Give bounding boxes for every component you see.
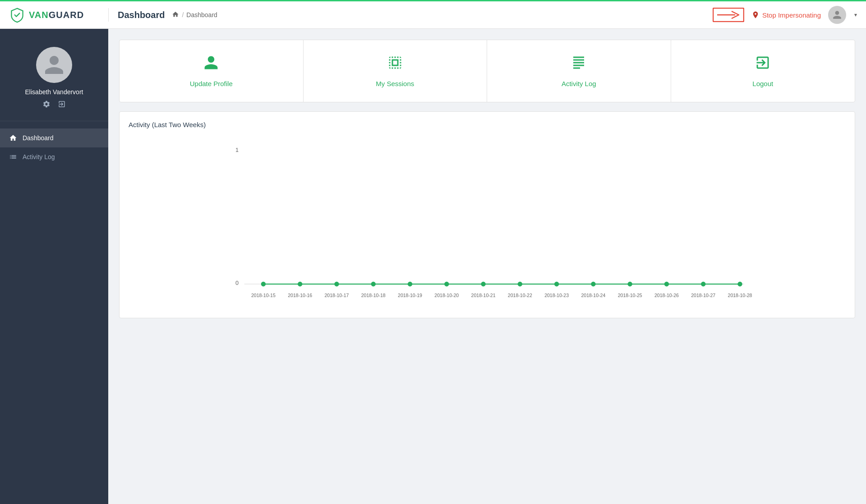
sidebar-logout-icon [58,100,66,108]
quick-cards: Update Profile My Sessions Activity [119,40,855,102]
sidebar-item-dashboard[interactable]: Dashboard [0,128,108,147]
home-icon [9,134,17,142]
sidebar-username: Elisabeth Vandervort [25,88,83,96]
arrow-indicator [713,8,744,22]
activity-section: Activity (Last Two Weeks) 1 0 [119,111,855,318]
dot-9 [591,282,596,287]
dot-13 [737,282,742,287]
sidebar-activity-log-label: Activity Log [23,153,55,160]
sidebar-avatar-icon [43,54,65,76]
logo-area: VANGUARD [9,7,99,23]
x-label-11: 2018-10-26 [654,293,679,298]
x-label-12: 2018-10-27 [691,293,715,298]
vanguard-logo-icon [9,7,25,23]
quick-card-update-profile[interactable]: Update Profile [120,40,304,102]
stop-impersonating-label: Stop Impersonating [762,11,821,19]
logo-guard: GUARD [49,10,84,20]
topnav: VANGUARD Dashboard / Dashboard Stop Impe… [0,0,866,29]
user-dropdown-arrow[interactable]: ▾ [854,12,857,18]
update-profile-icon [203,55,219,74]
dot-1 [298,282,303,287]
dot-8 [554,282,559,287]
sidebar-avatar [36,47,72,83]
activity-chart-title: Activity (Last Two Weeks) [129,121,846,128]
x-label-8: 2018-10-23 [544,293,569,298]
my-sessions-label: My Sessions [376,80,414,87]
sidebar: Elisabeth Vandervort Dashb [0,29,108,504]
nav-divider [108,8,109,22]
main-layout: Elisabeth Vandervort Dashb [0,29,866,504]
x-label-6: 2018-10-21 [471,293,496,298]
x-label-9: 2018-10-24 [581,293,605,298]
x-label-3: 2018-10-18 [361,293,386,298]
dot-5 [444,282,449,287]
list-icon [9,153,17,161]
page-title: Dashboard [118,10,165,20]
logo-text: VANGUARD [29,10,84,20]
dot-12 [701,282,706,287]
chart-svg: 1 0 [129,137,846,309]
x-label-10: 2018-10-25 [618,293,642,298]
my-sessions-icon [387,55,403,74]
x-label-4: 2018-10-19 [398,293,422,298]
dot-11 [664,282,669,287]
x-label-7: 2018-10-22 [508,293,532,298]
sidebar-dashboard-label: Dashboard [23,134,54,142]
user-avatar-icon [832,10,842,20]
sidebar-logout-button[interactable] [58,100,66,110]
sidebar-user-icons [42,100,66,110]
logout-label: Logout [752,80,773,87]
stop-impersonating-button[interactable]: Stop Impersonating [751,11,821,19]
activity-log-icon [571,55,587,74]
x-label-5: 2018-10-20 [434,293,459,298]
logout-icon [755,55,771,74]
quick-card-my-sessions[interactable]: My Sessions [304,40,488,102]
sidebar-settings-button[interactable] [42,100,51,110]
logo-van: VAN [29,10,49,20]
dot-6 [481,282,486,287]
breadcrumb-separator: / [182,11,184,18]
breadcrumb: / Dashboard [172,11,217,19]
breadcrumb-current: Dashboard [186,11,217,18]
activity-log-label: Activity Log [562,80,596,87]
dot-7 [518,282,523,287]
y-label-0: 0 [235,280,239,286]
activity-chart: 1 0 [129,137,846,309]
x-label-0: 2018-10-15 [251,293,276,298]
dot-2 [334,282,339,287]
dot-3 [371,282,376,287]
breadcrumb-home-icon [172,11,179,19]
sidebar-nav: Dashboard Activity Log [0,125,108,170]
y-label-1: 1 [235,147,239,153]
dot-10 [627,282,632,287]
x-label-1: 2018-10-16 [288,293,312,298]
quick-card-activity-log[interactable]: Activity Log [487,40,671,102]
sidebar-user-section: Elisabeth Vandervort [0,38,108,121]
content-area: Update Profile My Sessions Activity [108,29,866,504]
x-label-13: 2018-10-28 [728,293,752,298]
settings-icon [42,100,51,108]
user-avatar-button[interactable] [828,6,846,24]
arrow-right-icon [713,8,744,22]
dot-0 [261,282,266,287]
sidebar-item-activity-log[interactable]: Activity Log [0,147,108,166]
update-profile-label: Update Profile [190,80,233,87]
quick-card-logout[interactable]: Logout [671,40,855,102]
topnav-right: Stop Impersonating ▾ [713,6,857,24]
x-label-2: 2018-10-17 [324,293,349,298]
impersonate-icon [751,11,760,19]
dot-4 [408,282,413,287]
